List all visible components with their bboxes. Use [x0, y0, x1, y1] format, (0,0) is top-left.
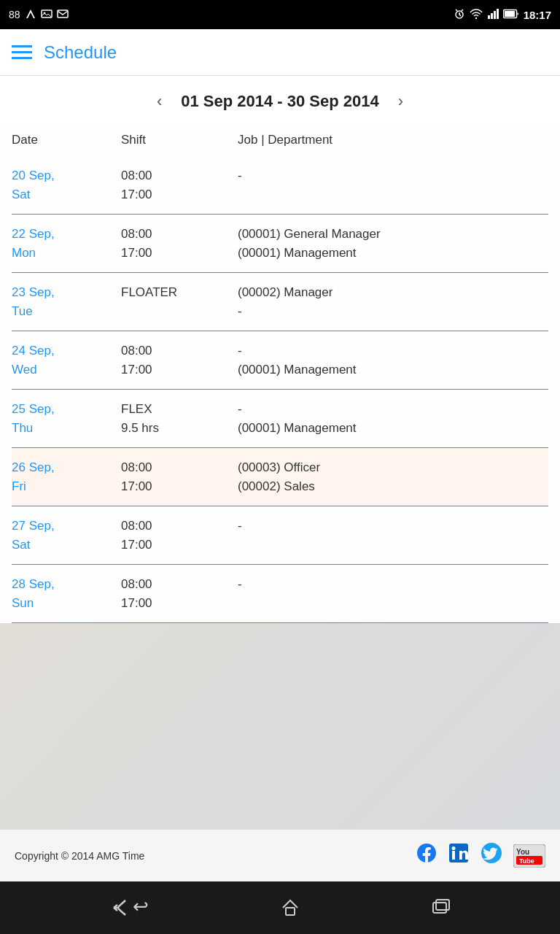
svg-rect-6	[491, 13, 493, 19]
svg-point-4	[475, 17, 476, 18]
header-job: Job | Department	[238, 133, 548, 147]
svg-rect-10	[505, 11, 515, 17]
recents-button[interactable]	[432, 898, 451, 917]
status-right-icons: 18:17	[454, 8, 551, 22]
table-row[interactable]: 25 Sep,ThuFLEX9.5 hrs-(00001) Management	[12, 390, 548, 448]
table-row[interactable]: 20 Sep,Sat08:0017:00-	[12, 156, 548, 215]
svg-rect-19	[433, 903, 446, 913]
schedule-shift: 08:0017:00	[121, 166, 238, 204]
schedule-shift: FLEX9.5 hrs	[121, 400, 238, 437]
status-time: 18:17	[524, 9, 551, 21]
status-icon-signal	[25, 8, 36, 22]
table-row[interactable]: 23 Sep,TueFLOATER(00002) Manager-	[12, 273, 548, 331]
schedule-date: 22 Sep,Mon	[12, 225, 121, 262]
schedule-shift: FLOATER	[121, 283, 238, 302]
header-date: Date	[12, 133, 121, 147]
schedule-date: 26 Sep,Fri	[12, 458, 121, 495]
status-icon-battery	[503, 9, 519, 21]
menu-button[interactable]	[12, 45, 32, 59]
home-button[interactable]	[280, 898, 300, 918]
schedule-job: -	[238, 517, 548, 536]
schedule-date: 24 Sep,Wed	[12, 341, 121, 379]
schedule-shift: 08:0017:00	[121, 225, 238, 262]
svg-rect-2	[58, 10, 68, 18]
social-icons: You Tube	[416, 841, 545, 870]
status-left-icons: 88	[9, 8, 69, 22]
footer: Copyright © 2014 AMG Time You	[0, 829, 560, 881]
schedule-date: 27 Sep,Sat	[12, 517, 121, 554]
schedule-shift: 08:0017:00	[121, 341, 238, 379]
schedule-shift: 08:0017:00	[121, 517, 238, 554]
facebook-icon[interactable]	[416, 842, 438, 869]
schedule-job: (00003) Officer(00002) Sales	[238, 458, 548, 495]
table-row[interactable]: 26 Sep,Fri08:0017:00(00003) Officer(0000…	[12, 448, 548, 506]
youtube-icon[interactable]: You Tube	[513, 844, 545, 868]
status-icon-alarm	[454, 8, 465, 22]
status-icon-signal-bars	[487, 8, 499, 22]
svg-rect-20	[436, 900, 449, 910]
table-row[interactable]: 24 Sep,Wed08:0017:00-(00001) Management	[12, 331, 548, 390]
table-header: Date Shift Job | Department	[12, 127, 548, 156]
svg-rect-12	[452, 851, 455, 860]
svg-text:You: You	[516, 848, 529, 856]
schedule-container: ‹ 01 Sep 2014 - 30 Sep 2014 › Date Shift…	[0, 76, 560, 623]
copyright-text: Copyright © 2014 AMG Time	[15, 850, 144, 862]
header-shift: Shift	[121, 133, 238, 147]
prev-period-button[interactable]: ‹	[149, 89, 169, 114]
status-icon-88: 88	[9, 9, 20, 20]
table-row[interactable]: 22 Sep,Mon08:0017:00(00001) General Mana…	[12, 215, 548, 273]
hamburger-line-3	[12, 57, 32, 59]
svg-rect-5	[488, 15, 490, 19]
linkedin-icon[interactable]	[448, 842, 470, 869]
hamburger-line-1	[12, 45, 32, 47]
schedule-date: 20 Sep,Sat	[12, 166, 121, 204]
svg-point-13	[452, 846, 456, 850]
schedule-job: -	[238, 575, 548, 594]
status-bar: 88	[0, 0, 560, 29]
svg-rect-8	[497, 9, 499, 19]
schedule-shift: 08:0017:00	[121, 575, 238, 612]
table-row[interactable]: 28 Sep,Sun08:0017:00-	[12, 565, 548, 623]
app-title: Schedule	[44, 42, 117, 63]
app-header: Schedule	[0, 29, 560, 76]
table-row[interactable]: 27 Sep,Sat08:0017:00-	[12, 506, 548, 565]
next-period-button[interactable]: ›	[391, 89, 411, 114]
twitter-icon[interactable]	[480, 841, 503, 870]
svg-text:Tube: Tube	[519, 857, 534, 865]
hamburger-line-2	[12, 51, 32, 53]
main-content: ‹ 01 Sep 2014 - 30 Sep 2014 › Date Shift…	[0, 76, 560, 829]
back-button[interactable]: ↩	[109, 896, 149, 919]
schedule-date: 25 Sep,Thu	[12, 400, 121, 437]
android-nav-bar: ↩	[0, 881, 560, 934]
status-icon-mail	[57, 8, 69, 22]
svg-rect-7	[494, 11, 496, 19]
schedule-shift: 08:0017:00	[121, 458, 238, 495]
status-icon-wifi	[470, 9, 483, 21]
schedule-job: -	[238, 166, 548, 185]
date-navigator: ‹ 01 Sep 2014 - 30 Sep 2014 ›	[0, 76, 560, 127]
date-range-display: 01 Sep 2014 - 30 Sep 2014	[181, 92, 379, 111]
svg-rect-18	[286, 908, 295, 915]
schedule-table: Date Shift Job | Department 20 Sep,Sat08…	[0, 127, 560, 623]
schedule-job: -(00001) Management	[238, 341, 548, 379]
status-icon-image	[41, 8, 52, 22]
schedule-rows: 20 Sep,Sat08:0017:00-22 Sep,Mon08:0017:0…	[12, 156, 548, 623]
schedule-job: (00002) Manager-	[238, 283, 548, 320]
schedule-job: (00001) General Manager(00001) Managemen…	[238, 225, 548, 262]
schedule-job: -(00001) Management	[238, 400, 548, 437]
schedule-date: 28 Sep,Sun	[12, 575, 121, 612]
schedule-date: 23 Sep,Tue	[12, 283, 121, 320]
